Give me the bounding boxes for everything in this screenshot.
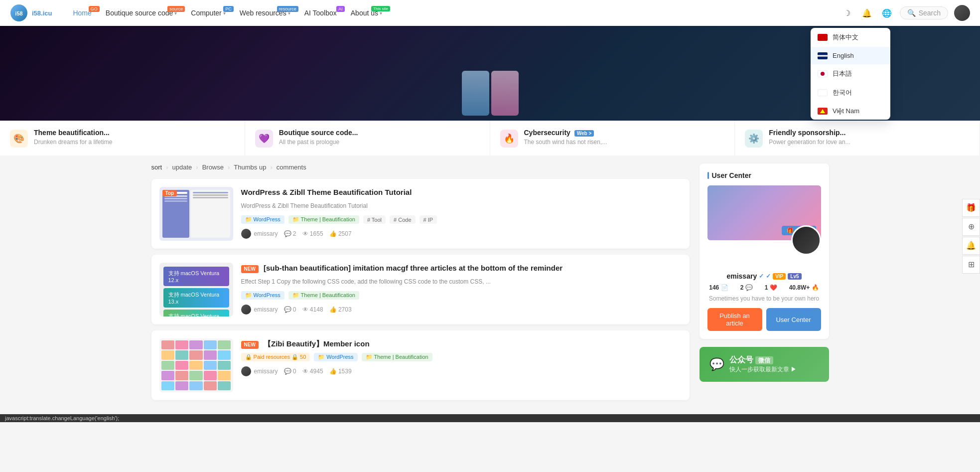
translate-button[interactable]: 🌐 — [880, 6, 894, 20]
theme-category-icon: 🎨 — [10, 130, 28, 148]
articles-count: 146 — [709, 284, 719, 291]
navbar-right: ☽ 🔔 🌐 🔍 Search — [840, 5, 970, 21]
search-label: Search — [919, 9, 941, 17]
tag-wordpress[interactable]: 📁 WordPress — [314, 353, 357, 361]
comment-count: 💬 2 — [284, 230, 296, 237]
category-sponsor[interactable]: ⚙️ Friendly sponsorship... Power generat… — [735, 121, 980, 156]
article-meta: emissary 💬 0 👁 4148 👍 2703 — [241, 305, 682, 315]
search-icon: 🔍 — [907, 9, 916, 17]
article-thumbnail: Top — [159, 187, 233, 241]
tag-ip[interactable]: # IP — [420, 215, 437, 224]
article-title[interactable]: NEW [sub-than beautification] imitation … — [241, 263, 682, 273]
sort-comments[interactable]: comments — [277, 163, 306, 171]
sponsor-category-info: Friendly sponsorship... Power generation… — [769, 129, 850, 146]
view-count: 👁 1655 — [302, 230, 323, 237]
lang-item-ja[interactable]: 日本語 — [811, 64, 890, 83]
sort-browse[interactable]: Browse — [202, 163, 224, 171]
user-center-title: User Center — [707, 171, 821, 179]
publish-article-button[interactable]: Publish an article — [707, 308, 762, 331]
article-meta: emissary 💬 2 👁 1655 👍 2507 — [241, 229, 682, 239]
search-bar[interactable]: 🔍 Search — [900, 6, 948, 19]
author-name: emissary — [254, 306, 278, 313]
stat-fans: 40.8W+ 🔥 — [789, 284, 819, 291]
theme-toggle-button[interactable]: ☽ — [840, 6, 854, 20]
wechat-icon: 💬 — [709, 357, 724, 371]
user-name-text: emissary — [726, 272, 757, 280]
add-float-button[interactable]: ⊕ — [962, 218, 980, 236]
logo-icon: i58 — [10, 4, 28, 22]
nav-ai[interactable]: AI Toolbox AI — [298, 6, 343, 20]
tag-tool[interactable]: # Tool — [363, 215, 386, 224]
comment-count: 💬 0 — [284, 306, 296, 313]
nav-computer-badge: PC — [223, 6, 234, 12]
category-theme[interactable]: 🎨 Theme beautification... Drunken dreams… — [0, 121, 245, 156]
top-badge: Top — [162, 190, 177, 196]
tag-theme-beautification[interactable]: 📁 Theme | Beautification — [288, 215, 359, 224]
lang-item-vi[interactable]: Việt Nam — [811, 102, 890, 120]
category-cyber[interactable]: 🔥 Cybersecurity Web > The south wind has… — [490, 121, 735, 156]
wechat-text: 公众号 微信 快人一步获取最新文章 ▶ — [729, 355, 797, 374]
article-card: NEW 【Zibi Beautify】Member icon 🔒 Paid re… — [151, 330, 690, 400]
logo[interactable]: i58 i58.icu — [10, 4, 52, 22]
lang-item-zh[interactable]: 简体中文 — [811, 28, 890, 47]
nav-web[interactable]: Web resources resource ▾ — [234, 6, 296, 20]
nav-boutique-badge: source — [167, 6, 185, 12]
sponsor-category-subtitle: Power generation for love an... — [769, 139, 850, 146]
user-name: emissary ✓ ✓ VIP Lv5 — [707, 272, 821, 280]
lang-item-en[interactable]: English — [811, 47, 890, 64]
nav-boutique[interactable]: Boutique source code source ▾ — [100, 6, 183, 20]
user-center-button[interactable]: User Center — [766, 308, 821, 331]
category-boutique[interactable]: 💜 Boutique source code... All the past i… — [245, 121, 490, 156]
sort-thumbsup[interactable]: Thumbs up — [234, 163, 266, 171]
gzh-subtitle: 快人一步获取最新文章 ▶ — [729, 365, 797, 374]
user-avatar-button[interactable] — [954, 5, 970, 21]
verified-icon2: ✓ — [766, 273, 771, 280]
article-tags: 📁 WordPress 📁 Theme | Beautification # T… — [241, 215, 682, 224]
zh-label: 简体中文 — [833, 33, 858, 42]
tag-wordpress[interactable]: 📁 WordPress — [241, 215, 284, 224]
article-thumbnail — [159, 338, 233, 392]
notification-bell-button[interactable]: 🔔 — [860, 6, 874, 20]
nav-ai-badge: AI — [336, 6, 345, 12]
category-row: 🎨 Theme beautification... Drunken dreams… — [0, 121, 980, 156]
like-count: 👍 2507 — [329, 230, 352, 237]
sort-bar: sort › update › Browse › Thumbs up › com… — [151, 163, 690, 171]
tag-theme[interactable]: 📁 Theme | Beautification — [288, 291, 359, 300]
author-area: emissary — [241, 366, 278, 376]
stat-comments: 2 💬 — [740, 284, 753, 291]
cyber-category-info: Cybersecurity Web > The south wind has n… — [524, 129, 607, 146]
boutique-category-subtitle: All the past is prologue — [279, 139, 358, 146]
sort-update[interactable]: update — [172, 163, 192, 171]
tag-wordpress[interactable]: 📁 WordPress — [241, 291, 284, 300]
sort-sort[interactable]: sort — [151, 163, 162, 171]
version-bar-14: 支持 macOS Ventura 14.x — [163, 310, 229, 316]
nav-about[interactable]: About us This site ▾ — [345, 6, 388, 20]
svg-text:i58: i58 — [15, 10, 22, 16]
lang-item-ko[interactable]: 한국어 — [811, 83, 890, 102]
author-avatar — [241, 366, 251, 376]
view-count: 👁 4148 — [302, 306, 323, 313]
cyber-category-title: Cybersecurity Web > — [524, 129, 607, 137]
grid-float-button[interactable]: ⊞ — [962, 256, 980, 274]
gift-float-button[interactable]: 🎁 — [962, 199, 980, 217]
tag-code[interactable]: # Code — [390, 215, 415, 224]
notification-float-button[interactable]: 🔔 — [962, 237, 980, 255]
article-card: 支持 macOS Ventura 12.x 支持 macOS Ventura 1… — [151, 255, 690, 324]
tag-theme[interactable]: 📁 Theme | Beautification — [362, 353, 432, 361]
ja-label: 日本語 — [833, 69, 852, 78]
article-body: WordPress & Zibll Theme Beautification T… — [241, 187, 682, 241]
user-center-section: User Center 🎁 sign in emissary ✓ ✓ VIP — [700, 163, 829, 339]
tag-paid[interactable]: 🔒 Paid resources 🔒 50 — [241, 353, 310, 361]
article-excerpt: WordPress & Zibll Theme Beautification T… — [241, 201, 682, 210]
article-thumbnail: 支持 macOS Ventura 12.x 支持 macOS Ventura 1… — [159, 263, 233, 316]
boutique-category-title: Boutique source code... — [279, 129, 358, 137]
nav-home[interactable]: Home GO — [67, 6, 97, 20]
comments-count: 2 — [740, 284, 744, 291]
nav-computer[interactable]: Computer PC ▾ — [185, 6, 231, 20]
article-title[interactable]: NEW 【Zibi Beautify】Member icon — [241, 338, 682, 349]
view-count: 👁 4945 — [302, 368, 323, 375]
float-sidebar: 🎁 ⊕ 🔔 ⊞ — [962, 199, 980, 274]
new-badge: NEW — [241, 265, 259, 273]
wechat-banner[interactable]: 💬 公众号 微信 快人一步获取最新文章 ▶ — [700, 347, 829, 382]
article-title[interactable]: WordPress & Zibll Theme Beautification T… — [241, 187, 682, 197]
